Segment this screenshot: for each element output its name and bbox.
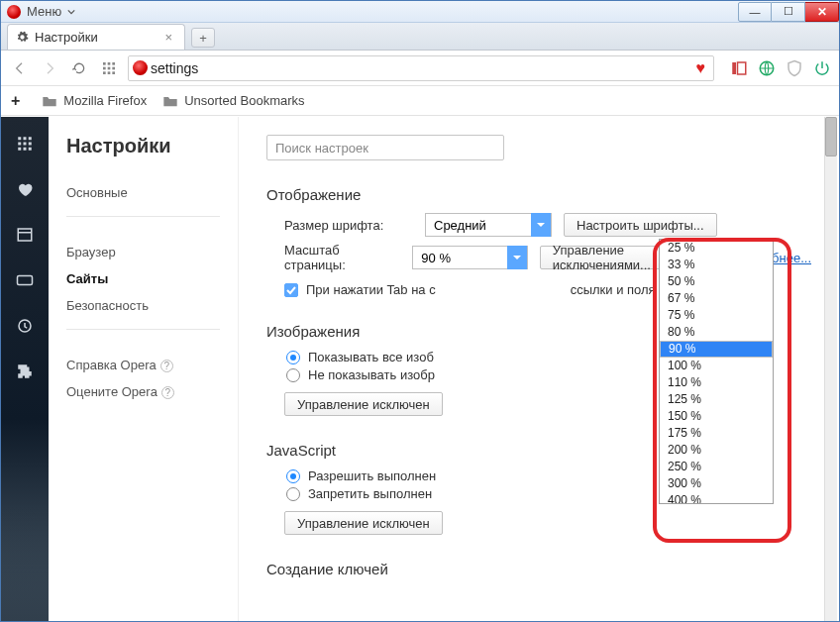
nav-item-rate[interactable]: Оцените Opera? [66, 378, 238, 405]
new-tab-button[interactable]: + [191, 28, 215, 48]
svg-rect-10 [738, 62, 746, 74]
svg-rect-12 [18, 137, 21, 140]
speed-dial-button[interactable] [98, 57, 120, 79]
zoom-option[interactable]: 175 % [660, 425, 773, 442]
font-size-value: Средний [434, 218, 486, 233]
zoom-option[interactable]: 67 % [660, 290, 773, 307]
rail-history[interactable] [16, 317, 34, 335]
zoom-option[interactable]: 400 % [660, 492, 773, 504]
nav-reload-button[interactable] [68, 57, 90, 79]
folder-icon [162, 94, 178, 108]
minimize-button[interactable]: — [738, 2, 772, 22]
settings-heading: Настройки [66, 135, 238, 157]
svg-rect-19 [24, 148, 27, 151]
add-bookmark-button[interactable]: + [11, 92, 26, 110]
configure-fonts-button[interactable]: Настроить шрифты... [564, 213, 717, 237]
js-deny-radio[interactable] [286, 487, 300, 501]
tab-focus-checkbox[interactable] [284, 283, 298, 297]
settings-content: Поиск настроек Отображение Размер шрифта… [239, 117, 839, 621]
tab-close-icon[interactable]: × [160, 30, 176, 45]
zoom-dropdown[interactable]: 25 %33 %50 %67 %75 %80 %90 %100 %110 %12… [659, 239, 774, 504]
page-zoom-select[interactable]: 90 % [412, 246, 527, 269]
tab-focus-label-left: При нажатии Tab на с [306, 282, 436, 297]
sidebar-toggle-icon[interactable] [730, 59, 748, 77]
nav-item-security[interactable]: Безопасность [66, 292, 238, 319]
globe-icon[interactable] [758, 59, 776, 77]
bookmark-label: Unsorted Bookmarks [184, 93, 304, 108]
rail-speed-dial[interactable] [16, 135, 34, 153]
zoom-option[interactable]: 50 % [660, 273, 773, 290]
site-badge [129, 57, 151, 79]
menu-button[interactable]: Меню [1, 4, 75, 19]
close-button[interactable]: ✕ [805, 2, 839, 22]
svg-rect-0 [103, 62, 106, 65]
tab-settings[interactable]: Настройки × [7, 24, 185, 50]
navbar: ♥ [1, 51, 839, 86]
zoom-option[interactable]: 250 % [660, 459, 773, 475]
zoom-option[interactable]: 110 % [660, 374, 773, 391]
gear-icon [16, 31, 29, 44]
power-icon[interactable] [813, 59, 831, 77]
question-icon: ? [161, 386, 174, 399]
address-input[interactable] [151, 57, 688, 79]
svg-rect-18 [18, 148, 21, 151]
rail-tabs[interactable] [16, 271, 34, 289]
zoom-option[interactable]: 200 % [660, 442, 773, 459]
toolbar-right [722, 59, 831, 77]
nav-item-basic[interactable]: Основные [66, 179, 238, 206]
images-exceptions-button[interactable]: Управление исключен [284, 392, 443, 416]
bookmark-folder-unsorted[interactable]: Unsorted Bookmarks [162, 93, 304, 108]
svg-rect-16 [24, 143, 27, 146]
nav-item-browser[interactable]: Браузер [66, 239, 238, 265]
rail-news[interactable] [16, 226, 34, 244]
nav-item-websites[interactable]: Сайты [66, 265, 238, 292]
section-display-heading: Отображение [266, 186, 811, 203]
svg-rect-21 [18, 229, 32, 241]
zoom-option[interactable]: 100 % [660, 358, 773, 374]
chevron-down-icon [507, 246, 527, 269]
svg-rect-5 [112, 66, 115, 69]
svg-rect-14 [29, 137, 32, 140]
zoom-option[interactable]: 33 % [660, 257, 773, 273]
bookmark-folder-firefox[interactable]: Mozilla Firefox [42, 93, 147, 108]
svg-rect-23 [18, 276, 33, 285]
tab-strip: Настройки × + [1, 23, 839, 51]
settings-search[interactable]: Поиск настроек [266, 135, 504, 160]
nav-forward-button[interactable] [39, 57, 60, 79]
zoom-option[interactable]: 300 % [660, 475, 773, 492]
rail-extensions[interactable] [16, 363, 34, 380]
images-show-label: Показывать все изоб [308, 350, 434, 364]
svg-rect-4 [108, 66, 111, 69]
svg-rect-1 [108, 62, 111, 65]
bookmark-heart-icon[interactable]: ♥ [688, 59, 714, 77]
zoom-option[interactable]: 90 % [660, 341, 773, 358]
menu-label: Меню [27, 4, 61, 19]
zoom-option[interactable]: 25 % [660, 240, 773, 257]
zoom-option[interactable]: 150 % [660, 408, 773, 425]
nav-back-button[interactable] [9, 57, 31, 79]
images-hide-radio[interactable] [286, 368, 300, 382]
js-allow-radio[interactable] [286, 469, 300, 483]
nav-item-help[interactable]: Справка Opera? [66, 352, 238, 378]
images-hide-label: Не показывать изобр [308, 367, 435, 382]
chevron-down-icon [531, 213, 551, 237]
shield-icon[interactable] [786, 59, 803, 77]
maximize-button[interactable]: ☐ [772, 2, 805, 22]
content-scrollbar[interactable] [824, 117, 837, 621]
zoom-option[interactable]: 125 % [660, 391, 773, 408]
side-rail [1, 117, 49, 621]
rail-bookmarks[interactable] [16, 180, 34, 198]
opera-logo-icon [7, 5, 21, 19]
opera-logo-icon [133, 60, 148, 75]
question-icon: ? [160, 360, 173, 372]
js-exceptions-button[interactable]: Управление исключен [284, 511, 443, 535]
svg-rect-20 [29, 148, 32, 151]
zoom-option[interactable]: 80 % [660, 324, 773, 341]
folder-icon [42, 94, 57, 108]
svg-rect-15 [18, 143, 21, 146]
js-deny-label: Запретить выполнен [308, 486, 432, 501]
address-bar[interactable]: ♥ [128, 55, 714, 81]
font-size-select[interactable]: Средний [425, 213, 552, 237]
zoom-option[interactable]: 75 % [660, 307, 773, 324]
images-show-radio[interactable] [286, 351, 300, 364]
